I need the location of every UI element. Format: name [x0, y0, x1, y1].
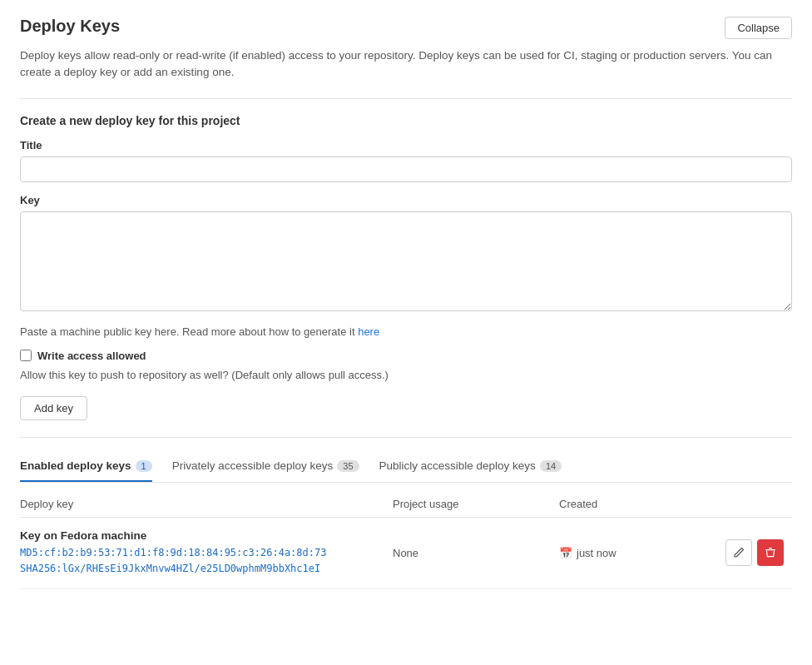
calendar-icon: 📅 — [559, 547, 572, 559]
table-header: Deploy key Project usage Created — [20, 489, 792, 518]
create-deploy-key-section: Create a new deploy key for this project… — [20, 98, 792, 420]
column-header-project-usage: Project usage — [393, 498, 559, 510]
edit-icon — [733, 547, 745, 558]
svg-rect-1 — [769, 548, 772, 548]
created-cell: 📅 just now — [559, 547, 725, 559]
tab-enabled-deploy-keys[interactable]: Enabled deploy keys1 — [20, 451, 152, 482]
key-fingerprint-line1: MD5:cf:b2:b9:53:71:d1:f8:9d:18:84:95:c3:… — [20, 545, 393, 561]
tab-publicly-accessible-deploy-keys[interactable]: Publicly accessible deploy keys14 — [379, 451, 562, 482]
form-section-title: Create a new deploy key for this project — [20, 114, 792, 127]
hint-link[interactable]: here — [358, 325, 379, 338]
key-info-cell: Key on Fedora machine MD5:cf:b2:b9:53:71… — [20, 529, 393, 577]
delete-key-button[interactable] — [757, 539, 784, 566]
table-row: Key on Fedora machine MD5:cf:b2:b9:53:71… — [20, 518, 792, 589]
tabs-container: Enabled deploy keys1 Privately accessibl… — [20, 451, 792, 483]
action-buttons-cell — [725, 539, 792, 566]
write-access-label[interactable]: Write access allowed — [37, 350, 146, 362]
tab-privately-accessible-deploy-keys[interactable]: Privately accessible deploy keys35 — [172, 451, 359, 482]
key-field-group: Key — [20, 194, 792, 314]
svg-rect-0 — [765, 549, 775, 550]
key-input[interactable] — [20, 211, 792, 311]
collapse-button[interactable]: Collapse — [725, 17, 792, 39]
column-header-actions — [725, 498, 792, 510]
key-hint-text: Paste a machine public key here. Read mo… — [20, 325, 792, 338]
title-label: Title — [20, 139, 792, 151]
page-title: Deploy Keys — [20, 17, 120, 36]
column-header-created: Created — [559, 498, 725, 510]
page-description: Deploy keys allow read-only or read-writ… — [20, 47, 792, 82]
key-fingerprint-line2: SHA256:lGx/RHEsEi9JkxMnvw4HZl/e25LD0wphm… — [20, 561, 393, 577]
project-usage-cell: None — [393, 547, 559, 559]
write-access-hint: Allow this key to push to repository as … — [20, 369, 792, 381]
write-access-checkbox-group: Write access allowed — [20, 350, 792, 362]
title-input[interactable] — [20, 156, 792, 182]
column-header-deploy-key: Deploy key — [20, 498, 393, 510]
edit-key-button[interactable] — [725, 539, 752, 566]
trash-icon — [765, 547, 776, 558]
section-divider — [20, 437, 792, 438]
key-label: Key — [20, 194, 792, 206]
key-name: Key on Fedora machine — [20, 529, 393, 542]
title-field-group: Title — [20, 139, 792, 182]
write-access-checkbox[interactable] — [20, 350, 32, 361]
add-key-button[interactable]: Add key — [20, 396, 87, 420]
